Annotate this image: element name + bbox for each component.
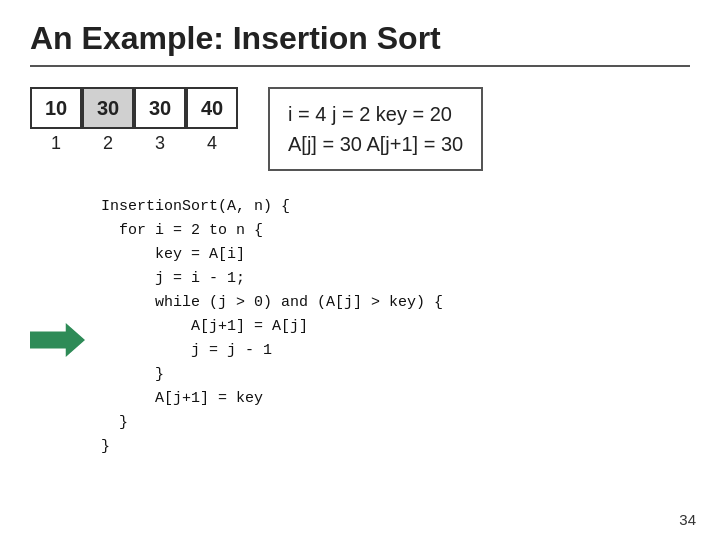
array-index-2: 3: [134, 133, 186, 154]
code-line-6: j = j - 1: [101, 339, 443, 363]
array-cell-1: 30: [82, 87, 134, 129]
info-line2: A[j] = 30 A[j+1] = 30: [288, 129, 463, 159]
array-cell-3: 40: [186, 87, 238, 129]
array-cell-2: 30: [134, 87, 186, 129]
array-index-0: 1: [30, 133, 82, 154]
code-line-9: }: [101, 411, 443, 435]
arrow-icon: [30, 323, 85, 357]
top-section: 10303040 1234 i = 4 j = 2 key = 20 A[j] …: [30, 87, 690, 171]
code-section: InsertionSort(A, n) { for i = 2 to n { k…: [30, 191, 690, 459]
code-line-7: }: [101, 363, 443, 387]
code-block: InsertionSort(A, n) { for i = 2 to n { k…: [101, 195, 443, 459]
array-boxes: 10303040: [30, 87, 238, 129]
page-number: 34: [679, 511, 696, 528]
arrow-container: [30, 323, 85, 357]
code-line-8: A[j+1] = key: [101, 387, 443, 411]
info-box: i = 4 j = 2 key = 20 A[j] = 30 A[j+1] = …: [268, 87, 483, 171]
array-section: 10303040 1234: [30, 87, 238, 154]
page-container: An Example: Insertion Sort 10303040 1234…: [0, 0, 720, 540]
code-line-1: for i = 2 to n {: [101, 219, 443, 243]
info-line1: i = 4 j = 2 key = 20: [288, 99, 463, 129]
page-title: An Example: Insertion Sort: [30, 20, 690, 67]
content-area: 10303040 1234 i = 4 j = 2 key = 20 A[j] …: [30, 87, 690, 459]
code-line-5: A[j+1] = A[j]: [101, 315, 443, 339]
array-index-3: 4: [186, 133, 238, 154]
array-cell-0: 10: [30, 87, 82, 129]
array-index-1: 2: [82, 133, 134, 154]
code-line-10: }: [101, 435, 443, 459]
code-line-0: InsertionSort(A, n) {: [101, 195, 443, 219]
code-line-2: key = A[i]: [101, 243, 443, 267]
code-line-4: while (j > 0) and (A[j] > key) {: [101, 291, 443, 315]
array-indices: 1234: [30, 133, 238, 154]
code-line-3: j = i - 1;: [101, 267, 443, 291]
